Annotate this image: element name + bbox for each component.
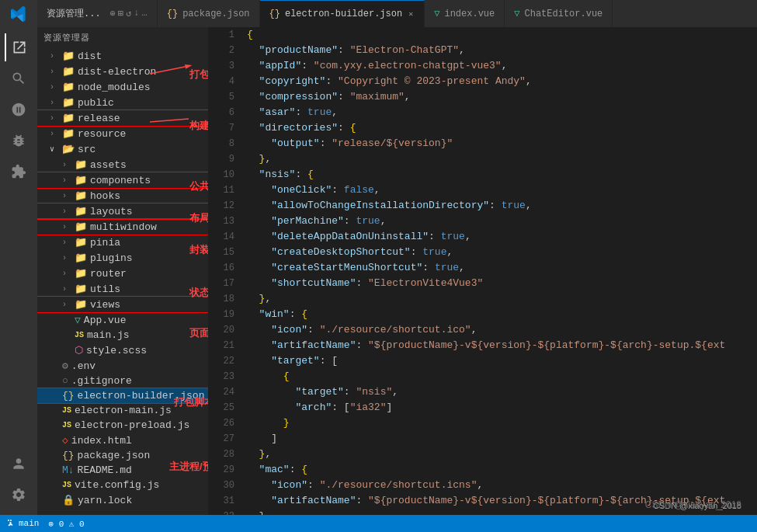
status-bar: main ⊗ 0 ⚠ 0 CSDN @xiaoyan_2018 — [0, 515, 757, 532]
tabs-area: 资源管理... ⊕ ⊞ ↺ ↓ … {} package.json {} ele… — [37, 0, 757, 27]
folder-icon-views: 📁 — [75, 298, 87, 311]
tree-item-package-json-file[interactable]: › {} package.json — [37, 448, 208, 463]
tree-item-views[interactable]: › 📁 views — [37, 297, 208, 312]
tab-index-vue[interactable]: ▽ index.vue — [425, 0, 505, 27]
explorer-label: 资源管理... — [47, 7, 101, 20]
folder-icon-release: 📁 — [62, 112, 75, 124]
code-editor[interactable]: 1234 5678 9101112 13141516 17181920 2122… — [208, 27, 757, 515]
tree-label-main-js: main.js — [87, 329, 130, 341]
tab-electron-builder-json[interactable]: {} electron-builder.json ✕ — [260, 0, 425, 27]
sidebar: 资源管理器 › 📁 dist › 📁 dist-electron › 📁 nod… — [37, 27, 208, 515]
activity-git[interactable] — [5, 96, 33, 123]
tree-label-views: views — [90, 299, 120, 311]
vue-icon-app: ▽ — [75, 314, 81, 326]
tree-item-router[interactable]: › 📁 router — [37, 266, 208, 281]
folder-icon-public: 📁 — [62, 96, 75, 109]
js-icon-vite-config: JS — [62, 481, 71, 489]
activity-search[interactable] — [5, 64, 33, 92]
tree-label-utils: utils — [90, 283, 120, 295]
tree-item-multiwindow[interactable]: › 📁 multiwindow — [37, 219, 208, 235]
folder-icon-assets: 📁 — [75, 158, 87, 171]
tree-item-public[interactable]: › 📁 public — [37, 95, 208, 110]
tree-arrow-views: › — [62, 301, 75, 309]
md-icon: M↓ — [62, 464, 75, 476]
tab-close-button[interactable]: ✕ — [407, 9, 415, 19]
tree-item-hooks[interactable]: › 📁 hooks — [37, 188, 208, 203]
lock-icon-yarn: 🔒 — [62, 494, 75, 506]
json-icon-active: {} — [269, 9, 280, 19]
activity-account[interactable] — [5, 450, 33, 478]
tree-label-router: router — [90, 268, 127, 280]
activity-explorer[interactable] — [5, 33, 33, 61]
tab-package-json[interactable]: {} package.json — [158, 0, 260, 27]
tree-item-dist[interactable]: › 📁 dist — [37, 48, 208, 64]
tree-item-plugins[interactable]: › 📁 plugins — [37, 250, 208, 266]
folder-icon-plugins: 📁 — [75, 252, 87, 264]
tree-arrow-src: ∨ — [50, 144, 62, 154]
tree-label-dist-electron: dist-electron — [78, 66, 156, 78]
tree-item-electron-builder-json[interactable]: › {} electron-builder.json — [37, 388, 208, 403]
tree-arrow-node-modules: › — [50, 83, 62, 92]
tree-item-resource[interactable]: › 📁 resource — [37, 126, 208, 141]
tree-item-dist-electron[interactable]: › 📁 dist-electron — [37, 64, 208, 79]
tree-arrow-pinia: › — [62, 238, 75, 247]
tab-chat-editor-vue[interactable]: ▽ ChatEditor.vue — [505, 0, 613, 27]
tree-item-src[interactable]: ∨ 📂 src — [37, 141, 208, 157]
tree-label-plugins: plugins — [90, 252, 133, 264]
tree-label-node-modules: node_modules — [78, 82, 151, 93]
tree-arrow-router: › — [62, 269, 75, 278]
js-icon-electron-main: JS — [62, 406, 71, 415]
tree-item-yarn-lock[interactable]: › 🔒 yarn.lock — [37, 492, 208, 508]
title-bar: 资源管理... ⊕ ⊞ ↺ ↓ … {} package.json {} ele… — [0, 0, 757, 27]
tree-label-electron-builder-json: electron-builder.json — [78, 390, 205, 402]
tree-item-electron-preload-js[interactable]: › JS electron-preload.js — [37, 418, 208, 433]
explorer-icons: ⊕ ⊞ ↺ ↓ … — [110, 8, 148, 19]
tree-arrow-resource: › — [50, 130, 62, 138]
tab-label-active: electron-builder.json — [285, 9, 402, 19]
tree-label-components: components — [90, 175, 151, 186]
tree-item-assets[interactable]: › 📁 assets — [37, 157, 208, 172]
gear-icon-env: ⚙ — [62, 360, 68, 372]
explorer-tab[interactable]: 资源管理... ⊕ ⊞ ↺ ↓ … — [37, 0, 158, 27]
tree-item-gitignore[interactable]: › ○ .gitignore — [37, 374, 208, 388]
tree-item-app-vue[interactable]: › ▽ App.vue — [37, 312, 208, 328]
tree-item-components[interactable]: › 📁 components — [37, 172, 208, 188]
folder-icon-dist-electron: 📁 — [62, 65, 75, 78]
sidebar-title: 资源管理器 — [43, 32, 90, 43]
tree-item-vite-config-js[interactable]: › JS vite.config.js — [37, 478, 208, 492]
tree-label-style-scss: style.scss — [86, 345, 147, 356]
html-icon: ◇ — [62, 434, 68, 447]
tree-label-env: .env — [71, 360, 95, 372]
json-icon: {} — [167, 9, 178, 19]
tree-item-layouts[interactable]: › 📁 layouts — [37, 203, 208, 219]
tree-item-node-modules[interactable]: › 📁 node_modules — [37, 79, 208, 95]
folder-icon-node-modules: 📁 — [62, 81, 75, 93]
tree-item-pinia[interactable]: › 📁 pinia — [37, 235, 208, 250]
tree-item-readme-md[interactable]: › M↓ README.md — [37, 463, 208, 478]
tree-arrow-multiwindow: › — [62, 223, 75, 231]
tree-item-style-scss[interactable]: › ⬡ style.scss — [37, 342, 208, 358]
tree-label-package-json-file: package.json — [78, 450, 151, 461]
activity-settings[interactable] — [5, 481, 33, 509]
folder-icon-utils: 📁 — [75, 283, 87, 295]
tree-item-utils[interactable]: › 📁 utils — [37, 281, 208, 297]
tree-label-yarn-lock: yarn.lock — [78, 495, 132, 506]
folder-icon-multiwindow: 📁 — [75, 221, 87, 233]
folder-icon-hooks: 📁 — [75, 190, 87, 202]
tree-label-gitignore: .gitignore — [71, 375, 132, 387]
tree-item-env[interactable]: › ⚙ .env — [37, 358, 208, 374]
main-layout: 资源管理器 › 📁 dist › 📁 dist-electron › 📁 nod… — [0, 27, 757, 515]
tree-arrow-release: › — [50, 114, 62, 123]
tree-item-index-html[interactable]: › ◇ index.html — [37, 433, 208, 448]
tab-label: package.json — [182, 9, 249, 19]
activity-bar-bottom — [5, 450, 33, 515]
tree-item-electron-main-js[interactable]: › JS electron-main.js — [37, 403, 208, 418]
tree-arrow-components: › — [62, 176, 75, 185]
tree-item-release[interactable]: › 📁 release — [37, 110, 208, 126]
tree-label-public: public — [78, 97, 114, 109]
activity-debug[interactable] — [5, 127, 33, 155]
editor-area: 1234 5678 9101112 13141516 17181920 2122… — [208, 27, 757, 515]
activity-extensions[interactable] — [5, 158, 33, 186]
tree-item-main-js[interactable]: › JS main.js — [37, 328, 208, 342]
activity-bar-top — [0, 0, 37, 27]
